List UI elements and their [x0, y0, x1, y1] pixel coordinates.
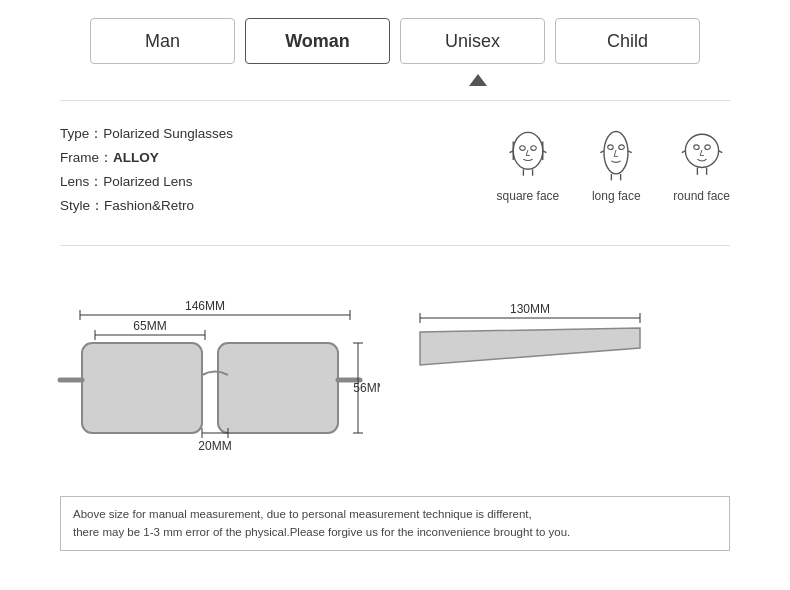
- style-label: Style：: [60, 198, 104, 213]
- lens-value: Polarized Lens: [103, 174, 192, 189]
- divider-2: [60, 245, 730, 246]
- svg-marker-47: [420, 328, 640, 365]
- tab-man[interactable]: Man: [90, 18, 235, 64]
- svg-rect-32: [218, 343, 338, 433]
- svg-point-12: [608, 145, 614, 150]
- tab-woman[interactable]: Woman: [245, 18, 390, 64]
- svg-rect-31: [82, 343, 202, 433]
- type-label: Type：: [60, 126, 103, 141]
- round-face-icon: [677, 125, 727, 185]
- type-value: Polarized Sunglasses: [103, 126, 233, 141]
- face-icons: square face long face: [497, 125, 730, 203]
- divider-1: [60, 100, 730, 101]
- face-item-square: square face: [497, 125, 560, 203]
- long-face-icon: [591, 125, 641, 185]
- square-face-label: square face: [497, 189, 560, 203]
- frame-label: Frame：: [60, 150, 113, 165]
- tab-indicator: [0, 74, 790, 86]
- svg-point-19: [693, 145, 699, 150]
- svg-point-20: [704, 145, 710, 150]
- svg-point-6: [531, 146, 537, 151]
- svg-text:20MM: 20MM: [198, 439, 231, 453]
- tab-row: Man Woman Unisex Child: [0, 0, 790, 72]
- arm-svg: 130MM: [410, 300, 660, 440]
- active-tab-arrow: [469, 74, 487, 86]
- svg-point-9: [604, 131, 628, 173]
- long-face-label: long face: [592, 189, 641, 203]
- style-value: Fashion&Retro: [104, 198, 194, 213]
- svg-point-13: [619, 145, 625, 150]
- frame-value: ALLOY: [113, 150, 159, 165]
- type-row: Type：Polarized Sunglasses: [60, 125, 477, 143]
- glasses-front-diagram: 146MM 65MM 20MM 5: [50, 270, 380, 480]
- lens-row: Lens：Polarized Lens: [60, 173, 477, 191]
- glasses-arm-diagram: 130MM: [410, 300, 670, 430]
- dimension-section: 146MM 65MM 20MM 5: [0, 260, 790, 490]
- style-row: Style：Fashion&Retro: [60, 197, 477, 215]
- lens-label: Lens：: [60, 174, 103, 189]
- square-face-icon: [503, 125, 553, 185]
- svg-text:146MM: 146MM: [185, 299, 225, 313]
- info-section: Type：Polarized Sunglasses Frame：ALLOY Le…: [0, 115, 790, 231]
- tab-unisex[interactable]: Unisex: [400, 18, 545, 64]
- face-item-round: round face: [673, 125, 730, 203]
- face-item-long: long face: [591, 125, 641, 203]
- info-left: Type：Polarized Sunglasses Frame：ALLOY Le…: [60, 125, 477, 221]
- tab-child[interactable]: Child: [555, 18, 700, 64]
- frame-row: Frame：ALLOY: [60, 149, 477, 167]
- svg-text:65MM: 65MM: [133, 319, 166, 333]
- svg-text:130MM: 130MM: [510, 302, 550, 316]
- svg-text:56MM: 56MM: [353, 381, 380, 395]
- note-line1: Above size for manual measurement, due t…: [73, 508, 532, 520]
- note-box: Above size for manual measurement, due t…: [60, 496, 730, 551]
- svg-point-5: [520, 146, 526, 151]
- front-svg: 146MM 65MM 20MM 5: [50, 270, 380, 470]
- note-line2: there may be 1-3 mm error of the physica…: [73, 526, 570, 538]
- round-face-label: round face: [673, 189, 730, 203]
